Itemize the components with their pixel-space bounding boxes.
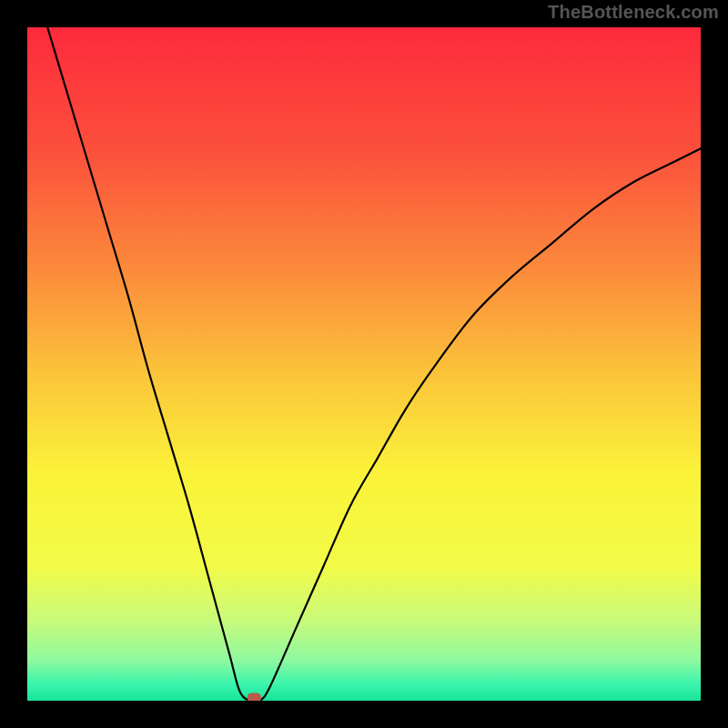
gradient-background	[27, 27, 701, 701]
min-marker-icon	[248, 693, 260, 701]
chart-frame: TheBottleneck.com	[0, 0, 728, 728]
plot-area	[27, 27, 701, 701]
watermark-text: TheBottleneck.com	[548, 2, 719, 23]
chart-svg	[27, 27, 701, 701]
